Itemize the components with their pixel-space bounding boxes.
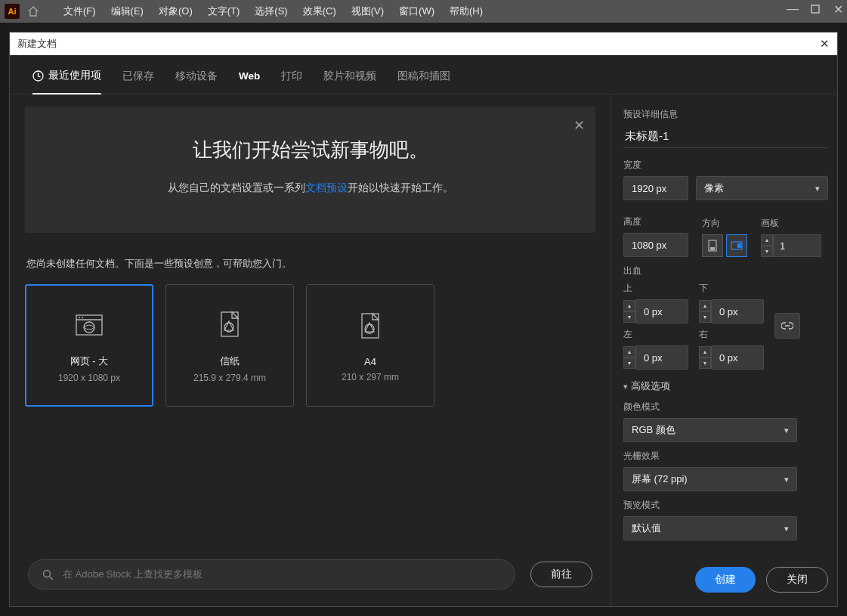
tab-4[interactable]: 打印 [281,69,302,94]
tab-1[interactable]: 已保存 [122,69,154,94]
orientation-label: 方向 [702,217,747,230]
preset-list: 网页 - 大1920 x 1080 px信纸215.9 x 279.4 mmA4… [25,284,595,407]
menu-item[interactable]: 视图(V) [344,5,391,18]
bleed-left[interactable]: 0 px [635,345,688,370]
new-document-dialog: 新建文档 ✕ 最近使用项已保存移动设备Web打印胶片和视频图稿和插图 ✕ 让我们… [9,32,838,607]
category-tabs: 最近使用项已保存移动设备Web打印胶片和视频图稿和插图 [10,55,837,94]
banner-close-icon[interactable]: ✕ [573,117,585,134]
app-logo: Ai [5,4,20,19]
width-label: 宽度 [623,159,828,172]
preset-name: 网页 - 大 [70,354,109,368]
preset-dim: 215.9 x 279.4 mm [193,373,266,383]
color-mode-select[interactable]: RGB 颜色▾ [623,418,797,442]
dialog-title: 新建文档 [17,37,57,51]
width-input[interactable]: 1920 px [623,176,688,200]
artboard-label: 画板 [761,217,821,230]
preset-icon [72,308,107,342]
preview-select[interactable]: 默认值▾ [623,516,797,540]
menu-item[interactable]: 效果(C) [295,5,344,18]
menu-item[interactable]: 文字(T) [200,5,248,18]
stock-search[interactable]: 在 Adobe Stock 上查找更多模板 [28,559,515,590]
tab-2[interactable]: 移动设备 [175,69,218,94]
menu-item[interactable]: 帮助(H) [442,5,490,18]
preset-icon [353,309,388,344]
artboard-down[interactable]: ▾ [761,246,773,257]
bleed-label: 出血 [623,265,828,277]
height-label: 高度 [623,215,688,228]
create-button[interactable]: 创建 [695,567,756,593]
advanced-toggle[interactable]: ▾高级选项 [623,380,828,393]
menu-item[interactable]: 窗口(W) [391,5,442,18]
tab-0[interactable]: 最近使用项 [32,69,101,94]
menu-bar: Ai 文件(F)编辑(E)对象(O)文字(T)选择(S)效果(C)视图(V)窗口… [0,0,847,23]
menu-item[interactable]: 编辑(E) [104,5,151,18]
menu-item[interactable]: 选择(S) [247,5,295,18]
svg-rect-14 [710,247,715,250]
hint-text: 您尚未创建任何文档。下面是一些预设创意，可帮助您入门。 [26,257,594,271]
stock-go-button[interactable]: 前往 [530,562,592,587]
preset-dim: 1920 x 1080 px [58,373,120,383]
close-button[interactable]: 关闭 [766,567,828,593]
preset-icon [212,308,247,342]
svg-point-4 [79,317,80,318]
preset-dim: 210 x 297 mm [342,372,399,382]
preset-card[interactable]: 信纸215.9 x 279.4 mm [165,284,294,407]
preset-card[interactable]: 网页 - 大1920 x 1080 px [25,284,153,407]
home-icon[interactable] [26,4,41,19]
preset-link[interactable]: 文档预设 [305,181,348,193]
orientation-landscape[interactable] [726,234,747,257]
bleed-top[interactable]: 0 px [635,299,688,323]
maximize-icon[interactable] [809,3,821,15]
raster-select[interactable]: 屏幕 (72 ppi)▾ [623,467,797,491]
menu-item[interactable]: 对象(O) [151,5,200,18]
dialog-close-icon[interactable]: ✕ [820,37,830,51]
bleed-right[interactable]: 0 px [711,345,764,370]
svg-point-6 [84,322,94,333]
svg-point-5 [82,317,83,318]
svg-rect-0 [811,5,819,13]
tab-6[interactable]: 图稿和插图 [397,69,450,94]
height-input[interactable]: 1080 px [623,233,688,257]
svg-line-12 [50,577,53,580]
minimize-icon[interactable]: — [787,3,799,15]
unit-select[interactable]: 像素▾ [696,176,828,200]
preset-card[interactable]: A4210 x 297 mm [306,284,434,407]
artboard-up[interactable]: ▴ [761,234,773,246]
welcome-banner: ✕ 让我们开始尝试新事物吧。 从您自己的文档设置或一系列文档预设开始以快速开始工… [25,107,595,233]
artboard-input[interactable] [773,234,821,257]
svg-rect-16 [737,243,741,248]
orientation-portrait[interactable] [702,234,723,257]
tab-3[interactable]: Web [239,69,260,94]
document-name-input[interactable] [623,125,828,148]
preset-name: A4 [364,356,376,367]
preset-name: 信纸 [220,354,240,368]
menu-item[interactable]: 文件(F) [56,5,104,18]
bleed-bottom[interactable]: 0 px [711,299,764,323]
link-bleed-icon[interactable] [774,313,800,339]
close-icon[interactable]: ✕ [832,3,844,15]
banner-heading: 让我们开始尝试新事物吧。 [43,137,577,163]
banner-text: 从您自己的文档设置或一系列文档预设开始以快速开始工作。 [43,181,577,195]
svg-point-11 [44,570,51,577]
tab-5[interactable]: 胶片和视频 [323,69,376,94]
panel-title: 预设详细信息 [623,108,828,121]
